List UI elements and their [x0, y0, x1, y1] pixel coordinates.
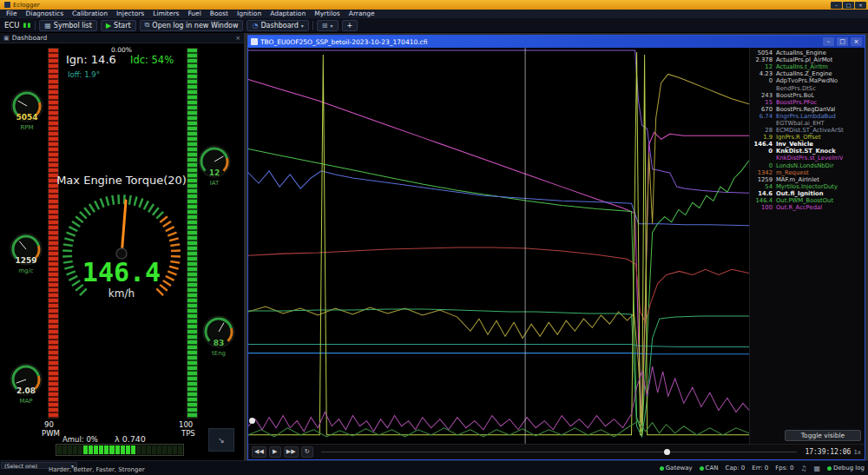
- legend-row[interactable]: 1259MAF.m_AirInlet: [750, 176, 865, 183]
- panel-close-icon[interactable]: ×: [235, 35, 240, 42]
- loop-button[interactable]: ↻: [301, 446, 313, 458]
- layout-icon[interactable]: ▦: [814, 465, 821, 472]
- menu-item-limiters[interactable]: Limiters: [148, 10, 183, 18]
- legend-row[interactable]: 243BoostPrs.BoL: [750, 92, 865, 99]
- menu-item-calibration[interactable]: Calibration: [68, 10, 112, 18]
- legend-row[interactable]: 100Out.R_AccPedal: [750, 204, 865, 211]
- toggle-visible-button[interactable]: Toggle visible: [785, 430, 861, 441]
- legend-row[interactable]: 0KnkDist.ST_Knock: [750, 148, 865, 155]
- legend-row[interactable]: EGTWbal.ai_EHT: [750, 120, 865, 127]
- playhead-knob[interactable]: [664, 449, 670, 455]
- start-button[interactable]: ▶ Start: [101, 20, 136, 31]
- cap-counter: Cap: 0: [726, 465, 746, 472]
- amul-segment: [157, 445, 161, 454]
- select-one-label: (Select one): [4, 463, 37, 469]
- iat-gauge: 12IAT: [194, 144, 234, 187]
- amul-segment: [73, 445, 77, 454]
- menu-item-boost[interactable]: Boost: [206, 10, 233, 18]
- dashboard-panel-header[interactable]: ▣ Dashboard ×: [0, 33, 244, 43]
- channel-legend: 5054ActualIns_Engine2.378ActualPrs.pl_Ai…: [749, 48, 865, 444]
- scroll-handle[interactable]: [249, 418, 255, 424]
- menu-item-myrtilos[interactable]: Myrtilos: [310, 10, 345, 18]
- resize-grip[interactable]: ↘: [208, 428, 234, 452]
- rpm-gauge: 5054RPM: [7, 89, 47, 131]
- legend-row[interactable]: 0LondsN.LondsNbDir: [750, 162, 865, 169]
- legend-row[interactable]: 28ECMDist.ST_ActiveArSt: [750, 127, 865, 134]
- playback-speed-label[interactable]: 1x: [853, 449, 861, 456]
- amul-segment: [178, 445, 182, 454]
- menu-item-arrange[interactable]: Arrange: [345, 10, 379, 18]
- minimize-icon[interactable]: –: [831, 2, 842, 9]
- legend-row[interactable]: 6.74EngrPrs.LambdaBud: [750, 113, 865, 120]
- legend-value: 28: [750, 127, 773, 134]
- amul-segment: [57, 445, 62, 454]
- rewind-button[interactable]: ◀◀: [252, 446, 266, 458]
- map-gauge: 2.08MAP: [6, 362, 46, 405]
- window-controls: – □ ×: [831, 2, 866, 9]
- legend-channel-name: BoostPrs.RegDanVal: [776, 106, 835, 113]
- trace-green-flat: [248, 309, 749, 437]
- log-traces: [248, 48, 749, 444]
- legend-row[interactable]: 14.6Out.fi_Ignition: [750, 190, 865, 197]
- legend-row[interactable]: 1342m_Request: [750, 169, 865, 176]
- dashboard-button[interactable]: ◔ Dashboard ▾: [247, 20, 308, 31]
- legend-row[interactable]: 0AdpTvoPrs.MaPwdNo: [750, 77, 865, 84]
- legend-row[interactable]: 4.23ActualIns.Z_Engine: [750, 70, 865, 77]
- legend-row[interactable]: 54Myrtilos.InjectorDuty: [750, 183, 865, 190]
- ecu-status-icon: ▮▮: [23, 22, 32, 29]
- legend-row[interactable]: 146.4Out.PWM_BoostOut: [750, 197, 865, 204]
- menu-item-file[interactable]: File: [2, 10, 22, 18]
- injector-duty-readout: Idc: 54%: [130, 54, 174, 66]
- menu-item-fuel[interactable]: Fuel: [183, 10, 205, 18]
- menu-item-ignition[interactable]: Ignition: [233, 10, 266, 18]
- play-button[interactable]: ▶: [269, 446, 281, 458]
- gauge-value: 2.08: [6, 386, 46, 395]
- legend-value: 4.23: [750, 70, 773, 77]
- legend-value: 2.378: [750, 56, 773, 63]
- legend-channel-name: BendPrs.DtSc: [776, 85, 816, 92]
- trace-magenta-noise: [248, 366, 749, 432]
- log-minimize-icon[interactable]: –: [823, 37, 834, 46]
- legend-value: 0: [750, 148, 773, 155]
- maximize-icon[interactable]: □: [843, 2, 854, 9]
- open-log-button[interactable]: ⧉ Open log in new Window: [140, 20, 244, 31]
- trace-lime-spikes: [248, 52, 749, 435]
- legend-row[interactable]: 146.4Inv_Vehicle: [750, 141, 865, 148]
- symbol-list-button[interactable]: ▦ Symbol list: [39, 20, 97, 31]
- timeline-track[interactable]: [321, 448, 798, 456]
- amul-segment: [83, 445, 88, 454]
- sound-icon[interactable]: ♫: [800, 465, 806, 472]
- log-maximize-icon[interactable]: □: [837, 37, 848, 46]
- log-chart[interactable]: [248, 48, 749, 444]
- toolbar-separator: [312, 21, 313, 30]
- legend-row[interactable]: BendPrs.DtSc: [750, 84, 865, 91]
- legend-row[interactable]: 15BoostPrs.PFoc: [750, 99, 865, 106]
- window-title: Eclogger: [13, 2, 40, 9]
- menu-item-injectors[interactable]: Injectors: [112, 10, 148, 18]
- legend-row[interactable]: 1.9IgnPrs.R_Offset: [750, 134, 865, 141]
- log-window-titlebar[interactable]: TBO_EU0OF25O_SSP_betoil-2023-10-23_17041…: [248, 36, 865, 48]
- menu-item-adaptation[interactable]: Adaptation: [266, 10, 310, 18]
- legend-channel-name: ECMDist.ST_ActiveArSt: [776, 127, 844, 134]
- log-close-icon[interactable]: ×: [851, 37, 862, 46]
- legend-row[interactable]: 670BoostPrs.RegDanVal: [750, 106, 865, 113]
- close-icon[interactable]: ×: [855, 2, 866, 9]
- panel-title: Dashboard: [12, 34, 48, 42]
- engine-temp-gauge: 83tEng: [199, 314, 239, 357]
- layout-grid-button[interactable]: ⊞ ▾: [317, 20, 339, 31]
- amul-segment: [173, 445, 177, 454]
- legend-row[interactable]: 5054ActualIns_Engine: [750, 49, 865, 56]
- can-status-icon: [700, 466, 704, 471]
- forward-button[interactable]: ▶▶: [284, 446, 299, 458]
- debug-log-button[interactable]: Debug log: [827, 465, 865, 472]
- legend-channel-name: ActualPrs.pl_AirMot: [776, 56, 832, 63]
- gauge-label: RPM: [7, 124, 47, 131]
- legend-row[interactable]: 12ActualIns.t_AirItm: [750, 63, 865, 70]
- amul-segment: [78, 445, 82, 454]
- speed-value: 146.4: [39, 257, 204, 287]
- legend-channel-name: Out.R_AccPedal: [776, 204, 822, 211]
- legend-row[interactable]: 2.378ActualPrs.pl_AirMot: [750, 56, 865, 63]
- add-button[interactable]: +: [342, 20, 358, 31]
- legend-row[interactable]: KnkDistPrs.st_LevelmV: [750, 155, 865, 162]
- menu-item-diagnostics[interactable]: Diagnostics: [22, 10, 69, 18]
